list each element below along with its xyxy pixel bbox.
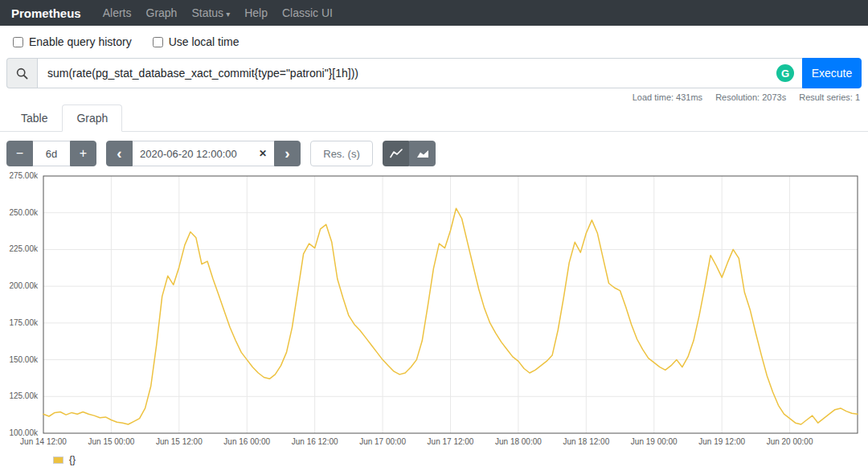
svg-text:Jun 15 00:00: Jun 15 00:00: [88, 437, 135, 446]
caret-down-icon: ▾: [226, 10, 230, 18]
legend-swatch: [53, 457, 63, 464]
query-input-wrap: G: [37, 58, 802, 88]
range-increase-button[interactable]: +: [70, 141, 96, 166]
search-icon: [16, 68, 28, 80]
range-control: − +: [6, 141, 96, 166]
svg-text:Jun 18 00:00: Jun 18 00:00: [495, 437, 542, 446]
app-brand[interactable]: Prometheus: [11, 6, 81, 20]
datetime-control: ‹ 2020-06-20 12:00:00 ✕ ›: [106, 141, 301, 166]
time-forward-button[interactable]: ›: [274, 141, 301, 166]
result-series-stat: Result series: 1: [799, 92, 860, 102]
search-addon: [6, 58, 37, 88]
nav-item-classic-ui[interactable]: Classic UI: [275, 6, 340, 19]
svg-text:Jun 17 12:00: Jun 17 12:00: [428, 437, 474, 446]
query-stats: Load time: 431ms Resolution: 2073s Resul…: [0, 88, 868, 102]
svg-text:275.00k: 275.00k: [9, 172, 39, 180]
query-history-option[interactable]: Enable query history: [13, 35, 132, 48]
panel-tabs: Table Graph: [0, 104, 868, 132]
query-bar: G Execute: [6, 58, 862, 88]
svg-text:100.00k: 100.00k: [9, 428, 39, 437]
chart-legend[interactable]: {}: [53, 454, 862, 465]
grammarly-icon[interactable]: G: [776, 64, 794, 82]
tab-table[interactable]: Table: [6, 104, 62, 132]
svg-text:175.00k: 175.00k: [9, 318, 39, 327]
svg-text:Jun 14 12:00: Jun 14 12:00: [20, 437, 67, 446]
svg-text:Jun 19 12:00: Jun 19 12:00: [698, 437, 745, 446]
nav-item-status[interactable]: Status▾: [184, 6, 237, 19]
resolution-stat: Resolution: 2073s: [715, 92, 786, 102]
navbar: Prometheus Alerts Graph Status▾ Help Cla…: [0, 0, 868, 26]
svg-text:125.00k: 125.00k: [9, 391, 39, 400]
svg-text:Jun 16 00:00: Jun 16 00:00: [223, 437, 270, 446]
plus-icon: +: [80, 146, 87, 161]
line-chart-toggle-button[interactable]: [383, 141, 409, 166]
query-history-label: Enable query history: [29, 35, 132, 48]
chevron-right-icon: ›: [285, 145, 289, 161]
chevron-left-icon: ‹: [117, 145, 121, 161]
svg-text:Jun 17 00:00: Jun 17 00:00: [359, 437, 406, 446]
nav-item-alerts[interactable]: Alerts: [96, 6, 139, 19]
local-time-option[interactable]: Use local time: [153, 35, 240, 48]
svg-text:200.00k: 200.00k: [9, 281, 39, 290]
chart-panel: 100.00k125.00k150.00k175.00k200.00k225.0…: [6, 172, 862, 465]
range-input[interactable]: [33, 141, 70, 166]
legend-series-label: {}: [69, 454, 76, 465]
query-history-checkbox[interactable]: [13, 37, 23, 47]
datetime-picker[interactable]: 2020-06-20 12:00:00 ✕: [133, 141, 274, 166]
svg-text:250.00k: 250.00k: [9, 208, 39, 217]
local-time-label: Use local time: [169, 35, 240, 48]
nav-item-help[interactable]: Help: [237, 6, 275, 19]
svg-text:Jun 16 12:00: Jun 16 12:00: [292, 437, 338, 446]
chart-svg[interactable]: 100.00k125.00k150.00k175.00k200.00k225.0…: [6, 172, 862, 447]
graph-controls: − + ‹ 2020-06-20 12:00:00 ✕ ›: [0, 132, 868, 170]
range-decrease-button[interactable]: −: [6, 141, 33, 166]
options-row: Enable query history Use local time: [0, 26, 868, 56]
resolution-input[interactable]: [310, 141, 373, 166]
stacked-chart-icon: [416, 149, 429, 158]
svg-text:150.00k: 150.00k: [9, 355, 39, 364]
svg-text:Jun 19 00:00: Jun 19 00:00: [631, 437, 678, 446]
clear-datetime-icon[interactable]: ✕: [259, 148, 267, 159]
nav-item-graph[interactable]: Graph: [139, 6, 185, 19]
line-chart-icon: [390, 149, 403, 158]
svg-text:Jun 20 00:00: Jun 20 00:00: [767, 437, 813, 446]
svg-text:Jun 18 12:00: Jun 18 12:00: [563, 437, 609, 446]
chart-type-toggle: [383, 141, 436, 166]
tab-graph[interactable]: Graph: [62, 104, 122, 132]
query-expression-input[interactable]: [37, 58, 802, 88]
minus-icon: −: [16, 146, 23, 161]
local-time-checkbox[interactable]: [153, 37, 163, 47]
nav-item-status-label: Status: [191, 6, 223, 19]
datetime-value[interactable]: 2020-06-20 12:00:00: [140, 148, 252, 160]
execute-button[interactable]: Execute: [802, 58, 862, 88]
time-back-button[interactable]: ‹: [106, 141, 133, 166]
panel-footer: Remove Panel: [0, 465, 868, 475]
load-time-stat: Load time: 431ms: [633, 92, 702, 102]
svg-text:225.00k: 225.00k: [9, 244, 39, 253]
svg-text:Jun 15 12:00: Jun 15 12:00: [156, 437, 203, 446]
stacked-chart-toggle-button[interactable]: [409, 141, 436, 166]
